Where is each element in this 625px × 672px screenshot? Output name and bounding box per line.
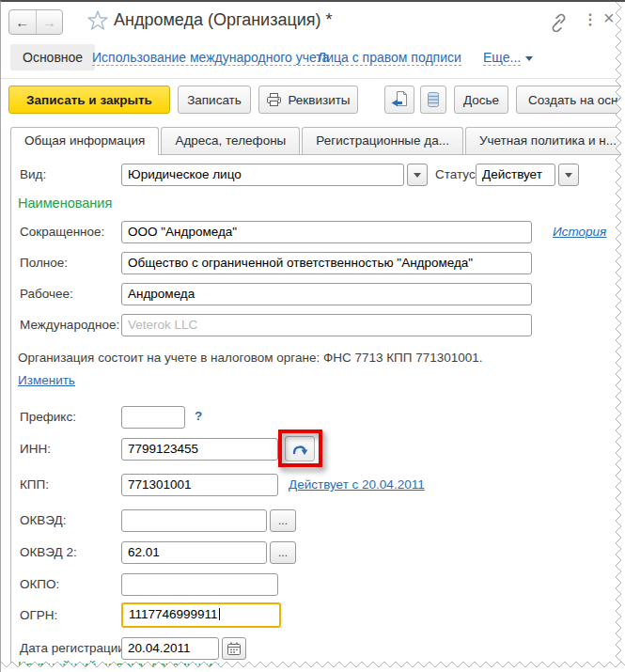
working-name-input[interactable]: Андромеда bbox=[121, 283, 532, 305]
tab-registration-data[interactable]: Регистрационные да... bbox=[302, 127, 463, 154]
kind-label: Вид: bbox=[20, 167, 46, 181]
tab-general-info[interactable]: Общая информация bbox=[10, 127, 159, 155]
nav-more-menu[interactable]: Еще... bbox=[483, 50, 521, 66]
okved2-picker-button[interactable]: ... bbox=[270, 541, 296, 564]
requisites-button[interactable]: Реквизиты bbox=[258, 86, 358, 114]
history-link[interactable]: История bbox=[553, 225, 606, 239]
tax-authority-note: Организация состоит на учете в налоговом… bbox=[18, 351, 483, 365]
okpo-input[interactable] bbox=[121, 573, 278, 596]
text-caret bbox=[219, 608, 220, 620]
status-dropdown-button[interactable] bbox=[558, 164, 579, 186]
favorite-star-icon[interactable] bbox=[86, 9, 109, 32]
list-stack-icon bbox=[424, 89, 443, 110]
okved2-label: ОКВЭД 2: bbox=[20, 545, 77, 559]
more-menu-icon[interactable]: ⋮ bbox=[583, 10, 598, 28]
international-name-input[interactable]: Veterok LLC bbox=[121, 314, 532, 336]
inn-label: ИНН: bbox=[20, 442, 51, 456]
nav-link-international-accounting[interactable]: Использование международного учета bbox=[92, 50, 329, 66]
chevron-down-icon bbox=[414, 173, 421, 178]
ogrn-input[interactable]: 1117746999911 bbox=[121, 602, 281, 628]
okved-picker-button[interactable]: ... bbox=[270, 509, 296, 532]
close-button[interactable]: × bbox=[603, 8, 615, 29]
back-button[interactable]: ← bbox=[9, 10, 36, 34]
ellipsis-icon: ... bbox=[278, 514, 288, 527]
import-document-button[interactable] bbox=[384, 86, 414, 114]
save-button[interactable]: Записать bbox=[178, 86, 251, 114]
tab-addresses[interactable]: Адреса, телефоны bbox=[161, 127, 300, 154]
calendar-button[interactable] bbox=[222, 637, 246, 660]
full-name-label: Полное: bbox=[20, 256, 68, 270]
calendar-icon bbox=[227, 641, 242, 656]
kind-select[interactable]: Юридическое лицо bbox=[121, 164, 404, 186]
nav-separator bbox=[1, 78, 625, 79]
okpo-label: ОКПО: bbox=[20, 577, 59, 591]
tab-accounting-policy[interactable]: Учетная политика и н... bbox=[465, 127, 625, 154]
dossier-button[interactable]: Досье bbox=[454, 86, 508, 114]
list-registry-button[interactable] bbox=[420, 86, 446, 114]
ellipsis-icon: ... bbox=[278, 546, 288, 559]
page-title: Андромеда (Организация) * bbox=[114, 10, 333, 30]
chevron-down-icon bbox=[525, 56, 533, 61]
regdate-input[interactable]: 20.04.2011 bbox=[121, 637, 219, 660]
short-name-input[interactable]: ООО "Андромеда" bbox=[121, 221, 532, 243]
international-name-label: Международное: bbox=[20, 318, 119, 332]
create-based-on-button[interactable]: Создать на осно bbox=[516, 86, 625, 114]
document-arrow-icon bbox=[389, 89, 410, 110]
tab-bar: Общая информация Адреса, телефоны Регист… bbox=[10, 127, 625, 155]
status-label: Статус: bbox=[435, 167, 478, 181]
okved-label: ОКВЭД: bbox=[20, 513, 67, 527]
help-link[interactable]: ? bbox=[195, 409, 202, 423]
ogrn-label: ОГРН: bbox=[20, 608, 57, 622]
short-name-label: Сокращенное: bbox=[20, 225, 104, 239]
prefix-label: Префикс: bbox=[20, 410, 76, 424]
placeholder-text: Veterok LLC bbox=[128, 318, 197, 332]
kind-dropdown-button[interactable] bbox=[407, 164, 428, 186]
working-name-label: Рабочее: bbox=[20, 287, 73, 301]
kpp-valid-from-link[interactable]: Действует с 20.04.2011 bbox=[289, 477, 425, 492]
inn-input[interactable]: 7799123455 bbox=[121, 438, 278, 461]
torn-edge-bottom bbox=[1, 661, 625, 672]
full-name-input[interactable]: Общество с ограниченной ответственностью… bbox=[121, 252, 532, 274]
okved-input[interactable] bbox=[121, 509, 267, 532]
change-link[interactable]: Изменить bbox=[18, 373, 75, 387]
save-and-close-button[interactable]: Записать и закрыть bbox=[8, 86, 170, 114]
torn-edge-right bbox=[615, 2, 625, 672]
status-select[interactable]: Действует bbox=[476, 164, 555, 186]
printer-icon bbox=[266, 92, 282, 107]
kpp-label: КПП: bbox=[20, 477, 49, 492]
regdate-label: Дата регистрации: bbox=[20, 641, 129, 655]
organization-form-window: ← → Андромеда (Организация) * ⋮ × Основн… bbox=[0, 0, 625, 672]
nav-item-main[interactable]: Основное bbox=[10, 44, 95, 70]
copy-link-icon[interactable] bbox=[548, 12, 568, 32]
annotation-red-box bbox=[278, 430, 322, 467]
names-section-header: Наименования bbox=[18, 195, 112, 211]
chevron-down-icon bbox=[565, 173, 572, 178]
forward-button[interactable]: → bbox=[36, 10, 63, 34]
prefix-input[interactable] bbox=[121, 406, 185, 429]
history-nav-group: ← → bbox=[8, 9, 63, 35]
okved2-input[interactable]: 62.01 bbox=[121, 541, 267, 564]
kpp-input[interactable]: 771301001 bbox=[121, 474, 278, 496]
nav-link-signatories[interactable]: Лица с правом подписи bbox=[318, 50, 461, 66]
